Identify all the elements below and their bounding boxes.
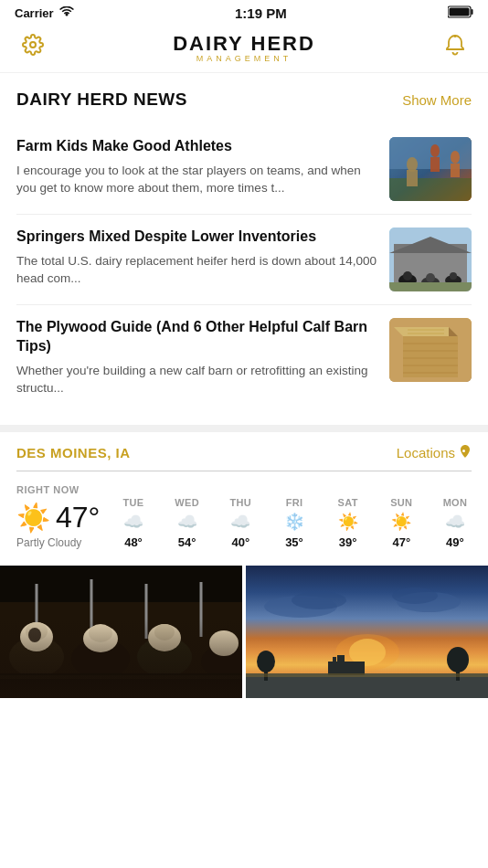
svg-rect-6 (389, 178, 472, 201)
svg-point-52 (201, 645, 242, 678)
svg-rect-8 (407, 170, 418, 186)
forecast-mon: MON ☁️ 49° (439, 497, 472, 549)
news-thumb-2 (389, 228, 472, 291)
settings-button[interactable] (16, 34, 49, 61)
svg-point-51 (154, 624, 175, 640)
news-header: DAIRY HERD NEWS Show More (16, 90, 472, 110)
svg-rect-2 (450, 8, 470, 16)
forecast-temp-6: 49° (446, 535, 464, 549)
svg-point-3 (454, 35, 457, 37)
svg-marker-26 (394, 327, 458, 336)
weather-now-label: RIGHT NOW (16, 484, 80, 495)
forecast-day-label-2: THU (230, 497, 252, 508)
weather-forecast: TUE ☁️ 48° WED ☁️ 54° THU ☁️ 40° FRI ❄️ … (117, 497, 472, 549)
svg-point-19 (403, 271, 412, 281)
bottom-photo-cows[interactable] (0, 566, 242, 698)
status-right (448, 5, 473, 21)
news-article-2[interactable]: Springers Mixed Despite Lower Inventorie… (16, 215, 472, 305)
bottom-photos (0, 562, 488, 698)
news-desc-3: Whether you're building a new calf barn … (16, 362, 378, 397)
news-thumb-1 (389, 137, 472, 201)
svg-rect-71 (246, 673, 488, 677)
svg-marker-28 (403, 336, 458, 377)
wifi-icon (59, 6, 74, 20)
forecast-sat: SAT ☀️ 39° (332, 497, 365, 549)
svg-point-49 (137, 637, 192, 677)
forecast-temp-1: 54° (178, 535, 196, 549)
battery-icon (448, 5, 473, 21)
forecast-icon-1: ☁️ (177, 512, 197, 532)
weather-current-desc: Partly Cloudy (16, 536, 81, 549)
locations-label: Locations (397, 445, 455, 460)
svg-point-42 (9, 637, 64, 677)
svg-point-9 (430, 144, 440, 157)
current-weather-icon: ☀️ (16, 502, 50, 534)
news-section-title: DAIRY HERD NEWS (16, 90, 187, 110)
logo-title: DAIRY HERD (173, 32, 315, 56)
news-title-2: Springers Mixed Despite Lower Inventorie… (16, 228, 378, 247)
news-title-3: The Plywood Guide (And 6 Other Helpful C… (16, 318, 378, 356)
forecast-thu: THU ☁️ 40° (224, 497, 257, 549)
status-bar: Carrier 1:19 PM (0, 0, 488, 25)
news-section: DAIRY HERD NEWS Show More Farm Kids Make… (0, 73, 488, 418)
show-more-button[interactable]: Show More (402, 92, 472, 108)
weather-now-temp-row: ☀️ 47° (16, 501, 100, 535)
svg-rect-55 (0, 675, 242, 679)
svg-point-43 (20, 622, 53, 651)
svg-rect-54 (0, 673, 242, 698)
svg-point-7 (407, 157, 418, 172)
svg-point-48 (89, 624, 112, 642)
weather-location-row: DES MOINES, IA Locations (16, 445, 472, 461)
carrier-text: Carrier (15, 6, 54, 20)
news-title-1: Farm Kids Make Good Athletes (16, 137, 378, 156)
svg-rect-63 (246, 673, 488, 698)
bottom-photo-sunset[interactable] (246, 566, 488, 698)
app-logo: DAIRY HERD MANAGEMENT (49, 32, 439, 63)
svg-point-46 (71, 639, 130, 679)
svg-point-62 (392, 587, 438, 604)
location-pin-icon (459, 445, 472, 461)
forecast-sun: SUN ☀️ 47° (385, 497, 418, 549)
svg-rect-65 (337, 655, 345, 664)
news-thumb-3 (389, 318, 472, 382)
forecast-icon-5: ☀️ (391, 512, 411, 532)
news-article-3[interactable]: The Plywood Guide (And 6 Other Helpful C… (16, 305, 472, 410)
weather-divider (16, 471, 472, 471)
svg-rect-10 (430, 157, 440, 172)
svg-rect-5 (389, 137, 472, 169)
forecast-icon-6: ☁️ (445, 512, 465, 532)
forecast-day-label-3: FRI (286, 497, 303, 508)
weather-location: DES MOINES, IA (16, 445, 131, 460)
logo-subtitle: MANAGEMENT (196, 54, 292, 63)
svg-rect-1 (472, 9, 473, 15)
news-text-1: Farm Kids Make Good Athletes I encourage… (16, 137, 378, 197)
news-desc-2: The total U.S. dairy replacement heifer … (16, 252, 378, 288)
app-header: DAIRY HERD MANAGEMENT (0, 25, 488, 73)
news-desc-1: I encourage you to look at the star play… (16, 162, 378, 197)
status-time: 1:19 PM (74, 5, 448, 21)
forecast-temp-2: 40° (231, 535, 249, 549)
news-article-1[interactable]: Farm Kids Make Good Athletes I encourage… (16, 124, 472, 215)
status-left: Carrier (15, 6, 74, 20)
forecast-day-label-1: WED (175, 497, 199, 508)
svg-point-44 (26, 622, 48, 640)
forecast-day-label-5: SUN (390, 497, 412, 508)
svg-point-70 (447, 647, 469, 672)
svg-point-47 (83, 625, 118, 652)
forecast-day-label-6: MON (443, 497, 468, 508)
section-divider (0, 425, 488, 432)
notification-button[interactable] (439, 34, 472, 61)
svg-point-53 (209, 630, 239, 656)
forecast-wed: WED ☁️ 54° (171, 497, 204, 549)
forecast-temp-0: 48° (124, 535, 143, 549)
news-text-2: Springers Mixed Despite Lower Inventorie… (16, 228, 378, 288)
svg-rect-4 (389, 137, 472, 201)
locations-button[interactable]: Locations (397, 445, 472, 461)
svg-point-21 (426, 273, 435, 282)
svg-point-11 (451, 151, 460, 164)
svg-point-23 (450, 272, 457, 280)
forecast-icon-3: ❄️ (284, 512, 304, 532)
forecast-icon-0: ☁️ (123, 512, 143, 532)
svg-rect-12 (451, 164, 460, 177)
weather-section: DES MOINES, IA Locations RIGHT NOW ☀️ 47… (0, 432, 488, 562)
